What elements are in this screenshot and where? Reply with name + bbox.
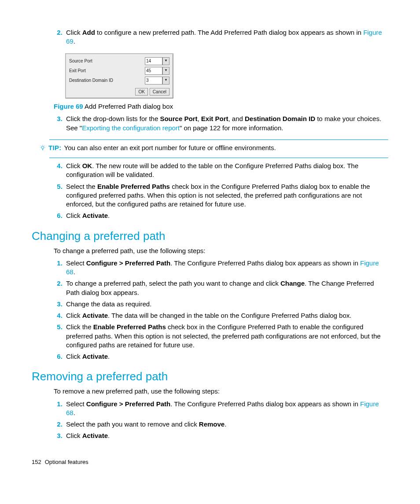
- dialog-row-domain-id: Destination Domain ID 3 ▼: [69, 76, 169, 85]
- text: To change a preferred path, select the p…: [66, 280, 280, 287]
- text: Click: [66, 432, 82, 439]
- bold: OK: [82, 162, 92, 169]
- page-footer: 152 Optional features: [32, 458, 388, 466]
- heading-changing: Changing a preferred path: [32, 228, 388, 244]
- step-2: Click Add to configure a new preferred p…: [64, 28, 388, 46]
- chevron-down-icon[interactable]: ▼: [162, 77, 169, 85]
- text: Click the drop-down lists for the: [66, 115, 160, 122]
- value: 14: [146, 58, 151, 64]
- step-3: Click the drop-down lists for the Source…: [64, 114, 388, 132]
- text: Select: [66, 400, 86, 408]
- changing-step-1: Select Configure > Preferred Path. The C…: [64, 259, 388, 277]
- step-5: Select the Enable Preferred Paths check …: [64, 182, 388, 209]
- value: 45: [146, 68, 151, 74]
- text: . The Configure Preferred Paths dialog b…: [170, 400, 360, 408]
- removing-intro: To remove a new preferred path, use the …: [54, 387, 388, 396]
- svg-line-7: [44, 145, 45, 146]
- bold: Destination Domain ID: [245, 115, 315, 122]
- bold: Configure > Preferred Path: [86, 259, 170, 267]
- bold: Enable Preferred Paths: [97, 183, 170, 190]
- ok-button[interactable]: OK: [135, 88, 147, 96]
- text: Change the data as required.: [66, 300, 151, 308]
- source-port-select[interactable]: 14: [145, 57, 162, 65]
- tip-text: You can also enter an exit port number f…: [64, 143, 276, 152]
- value: 3: [146, 77, 149, 84]
- removing-step-2: Select the path you want to remove and c…: [64, 420, 388, 429]
- lightbulb-icon: [40, 144, 46, 153]
- bold: Enable Preferred Paths: [93, 323, 166, 331]
- chevron-down-icon[interactable]: ▼: [162, 67, 169, 75]
- text: .: [74, 409, 75, 416]
- text: . The new route will be added to the tab…: [66, 162, 358, 178]
- removing-step-3: Click Activate.: [64, 431, 388, 440]
- text: Click the: [66, 323, 93, 331]
- text: .: [108, 212, 110, 219]
- section-title: Optional features: [45, 458, 88, 466]
- text: .: [74, 268, 75, 276]
- figure-caption: Figure 69 Add Preferred Path dialog box: [54, 102, 388, 111]
- text: Click: [66, 29, 82, 36]
- text: . The Configure Preferred Paths dialog b…: [170, 259, 360, 267]
- bold: Add: [82, 29, 95, 36]
- text: . The data will be changed in the table …: [108, 312, 351, 319]
- text: Click: [66, 162, 82, 169]
- svg-line-6: [41, 145, 41, 146]
- exit-port-select[interactable]: 45: [145, 67, 162, 75]
- svg-point-0: [41, 146, 44, 149]
- changing-step-3: Change the data as required.: [64, 300, 388, 309]
- bold: Activate: [82, 432, 108, 439]
- text: " on page 122 for more information.: [180, 124, 283, 132]
- text: .: [74, 37, 75, 45]
- bold: Exit Port: [201, 115, 228, 122]
- tip-block: TIP: You can also enter an exit port num…: [40, 143, 388, 152]
- tip-label: TIP:: [48, 143, 62, 152]
- heading-removing: Removing a preferred path: [32, 369, 388, 384]
- bold: Configure > Preferred Path: [86, 400, 170, 408]
- domain-id-select[interactable]: 3: [145, 77, 162, 85]
- label: Destination Domain ID: [69, 77, 113, 84]
- link[interactable]: Exporting the configuration report: [82, 124, 180, 132]
- text: Select: [66, 259, 86, 267]
- text: .: [108, 353, 110, 360]
- cancel-button[interactable]: Cancel: [150, 88, 169, 96]
- bold: Activate: [82, 212, 108, 219]
- divider: [49, 140, 388, 140]
- page-number: 152: [32, 458, 41, 466]
- step-6: Click Activate.: [64, 211, 388, 220]
- label: Source Port: [69, 58, 92, 64]
- changing-step-4: Click Activate. The data will be changed…: [64, 311, 388, 320]
- chevron-down-icon[interactable]: ▼: [162, 57, 169, 65]
- text: ,: [197, 115, 201, 122]
- text: Select the path you want to remove and c…: [66, 420, 199, 428]
- dialog-figure: Source Port 14 ▼ Exit Port 45 ▼ Destinat…: [65, 53, 173, 99]
- text: to configure a new preferred path. The A…: [95, 29, 363, 36]
- dialog-row-source-port: Source Port 14 ▼: [69, 56, 169, 66]
- bold: Activate: [82, 312, 108, 319]
- removing-step-1: Select Configure > Preferred Path. The C…: [64, 400, 388, 418]
- text: .: [108, 432, 110, 439]
- bold: Source Port: [160, 115, 197, 122]
- caption-text: Add Preferred Path dialog box: [83, 103, 173, 110]
- changing-step-5: Click the Enable Preferred Paths check b…: [64, 323, 388, 349]
- text: Select the: [66, 183, 97, 190]
- text: .: [225, 420, 226, 428]
- bold: Change: [280, 280, 305, 287]
- changing-step-2: To change a preferred path, select the p…: [64, 279, 388, 297]
- bold: Remove: [199, 420, 225, 428]
- changing-intro: To change a preferred path, use the foll…: [54, 246, 388, 255]
- divider: [49, 158, 388, 158]
- text: , and: [228, 115, 245, 122]
- bold: Activate: [82, 353, 108, 360]
- text: Click: [66, 212, 82, 219]
- figure-number: Figure 69: [54, 103, 83, 110]
- label: Exit Port: [69, 68, 86, 74]
- text: Click: [66, 353, 82, 360]
- changing-step-6: Click Activate.: [64, 352, 388, 361]
- dialog-row-exit-port: Exit Port 45 ▼: [69, 66, 169, 76]
- text: Click: [66, 312, 82, 319]
- step-4: Click OK. The new route will be added to…: [64, 162, 388, 180]
